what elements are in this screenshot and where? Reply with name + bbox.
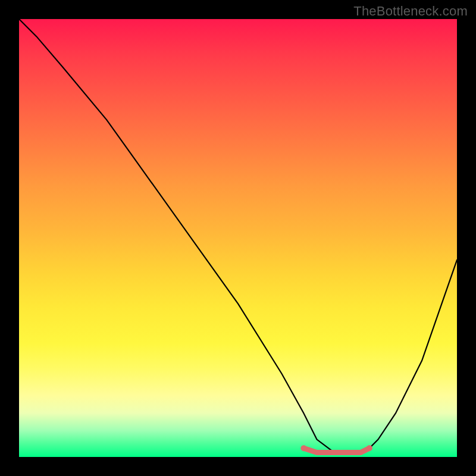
watermark-text: TheBottleneck.com (353, 4, 468, 19)
flat-segment-dot-left (300, 445, 306, 451)
chart-svg (19, 19, 457, 457)
flat-segment-path (303, 448, 369, 452)
chart-plot-area (19, 19, 457, 457)
bottleneck-curve-path (19, 19, 457, 453)
flat-segment-dot-right (367, 445, 372, 451)
